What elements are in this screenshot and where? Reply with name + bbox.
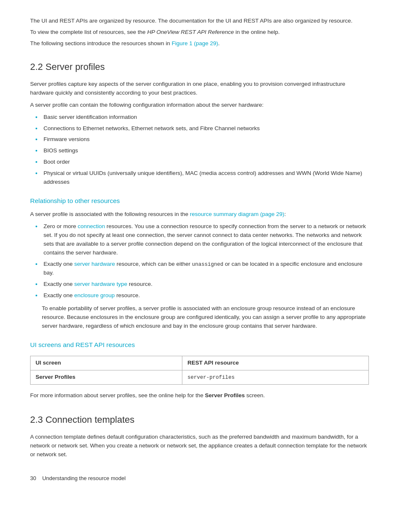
relationship-p1: A server profile is associated with the … — [30, 210, 369, 219]
list-item: Physical or virtual UUIDs (universally u… — [42, 169, 369, 187]
table-cell-ui: Server Profiles — [31, 370, 182, 384]
ui-rest-table: UI screen REST API resource Server Profi… — [30, 356, 369, 385]
list-item: Boot order — [42, 158, 369, 167]
section22-bullets: Basic server identification information … — [42, 113, 369, 187]
connection-link[interactable]: connection — [78, 223, 105, 229]
section22-p2: A server profile can contain the followi… — [30, 101, 369, 110]
list-item: Connections to Ethernet networks, Ethern… — [42, 124, 369, 133]
table-header-rest: REST API resource — [182, 356, 369, 370]
list-item: Exactly one server hardware resource, wh… — [42, 260, 369, 278]
intro-line2: To view the complete list of resources, … — [30, 28, 369, 37]
section23-heading: 2.3 Connection templates — [30, 413, 369, 427]
intro-line1: The UI and REST APIs are organized by re… — [30, 17, 369, 26]
figure1-link[interactable]: Figure 1 (page 29) — [171, 40, 218, 46]
list-item: Firmware versions — [42, 135, 369, 144]
table-header-ui: UI screen — [31, 356, 182, 370]
portability-paragraph: To enable portability of server profiles… — [42, 304, 369, 331]
ui-rest-heading: UI screens and REST API resources — [30, 340, 369, 350]
page-footer: 30 Understanding the resource model — [30, 474, 369, 483]
section22-heading: 2.2 Server profiles — [30, 60, 369, 74]
relationship-heading: Relationship to other resources — [30, 196, 369, 206]
table-row: Server Profiles server-profiles — [31, 370, 369, 384]
table-cell-rest: server-profiles — [182, 370, 369, 384]
list-item: Exactly one enclosure group resource. — [42, 291, 369, 300]
server-hardware-type-link[interactable]: server hardware type — [74, 281, 128, 287]
intro-line3: The following sections introduce the res… — [30, 39, 369, 48]
resource-summary-link[interactable]: resource summary diagram (page 29) — [190, 211, 284, 217]
section23-p1: A connection template defines default co… — [30, 433, 369, 459]
list-item: BIOS settings — [42, 146, 369, 155]
section22-p1: Server profiles capture key aspects of t… — [30, 80, 369, 98]
server-hardware-link[interactable]: server hardware — [74, 261, 115, 267]
list-item: Basic server identification information — [42, 113, 369, 122]
relationship-bullets: Zero or more connection resources. You u… — [42, 222, 369, 300]
list-item: Zero or more connection resources. You u… — [42, 222, 369, 257]
enclosure-group-link[interactable]: enclosure group — [74, 292, 115, 298]
ui-rest-footer: For more information about server profil… — [30, 391, 369, 400]
list-item: Exactly one server hardware type resourc… — [42, 280, 369, 289]
